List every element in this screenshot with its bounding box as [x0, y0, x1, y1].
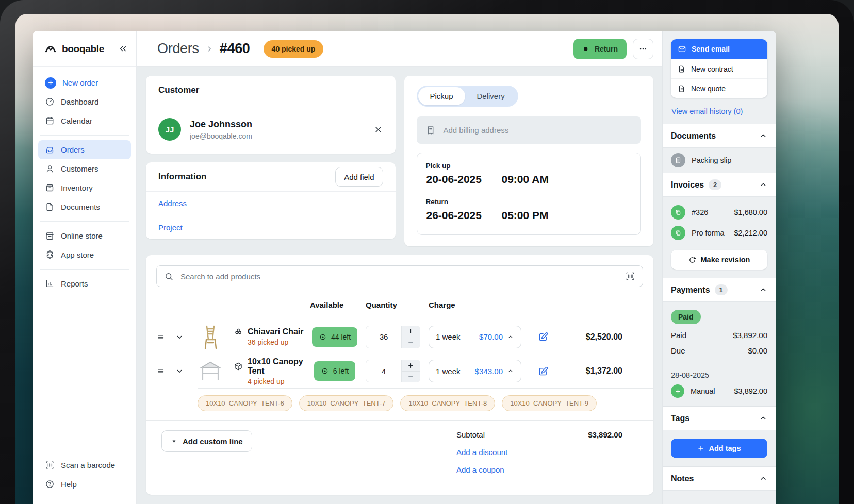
- quantity-increase-button[interactable]: [402, 326, 420, 337]
- documents-section-header[interactable]: Documents: [663, 124, 776, 148]
- information-link-address[interactable]: Address: [146, 192, 396, 215]
- pickup-time-input[interactable]: 09:00 AM: [501, 173, 562, 190]
- payment-entry[interactable]: Manual $3,892.00: [671, 384, 767, 398]
- inbox-icon: [45, 145, 55, 155]
- expand-row-button[interactable]: [175, 366, 200, 376]
- charge-price: $343.00: [475, 367, 503, 376]
- documents-title: Documents: [671, 131, 716, 141]
- add-field-button[interactable]: Add field: [335, 167, 383, 187]
- search-input[interactable]: [180, 272, 618, 281]
- payments-section-header[interactable]: Payments 1: [663, 278, 776, 302]
- sku-pill[interactable]: 10X10_CANOPY_TENT-9: [502, 395, 597, 411]
- sidebar-item-help[interactable]: Help: [38, 475, 131, 494]
- invoice-amount: $2,212.00: [734, 229, 767, 237]
- avatar: JJ: [158, 118, 181, 141]
- edit-line-button[interactable]: [538, 366, 549, 377]
- packing-slip-icon: [671, 153, 685, 167]
- quantity-input[interactable]: [366, 360, 401, 382]
- manual-payment-icon: [671, 384, 684, 398]
- invoice-item-proforma[interactable]: Pro forma $2,212.00: [671, 223, 767, 243]
- product-row-chiavari-chair: Chiavari Chair 36 picked up 44 left: [146, 320, 653, 354]
- return-button[interactable]: Return: [573, 39, 627, 59]
- sidebar-item-label: Orders: [61, 145, 85, 154]
- sidebar-item-customers[interactable]: Customers: [38, 159, 131, 178]
- scan-product-button[interactable]: [625, 271, 635, 281]
- packing-slip-item[interactable]: Packing slip: [663, 148, 776, 173]
- information-link-project[interactable]: Project: [146, 215, 396, 239]
- quantity-increase-button[interactable]: [402, 360, 420, 371]
- sidebar-item-orders[interactable]: Orders: [38, 140, 131, 159]
- caret-down-icon: [171, 438, 177, 445]
- tab-delivery[interactable]: Delivery: [465, 87, 517, 105]
- billing-address-field[interactable]: Add billing address: [417, 116, 642, 144]
- sidebar-collapse-button[interactable]: [118, 44, 128, 54]
- charge-period: 1 week: [436, 332, 475, 341]
- chevron-up-icon: [759, 286, 767, 294]
- product-name[interactable]: Chiavari Chair: [248, 327, 303, 337]
- remove-customer-button[interactable]: [373, 125, 383, 135]
- charge-select[interactable]: 1 week $343.00: [429, 360, 521, 382]
- wallpaper: booqable New order Dashboard: [15, 14, 839, 504]
- pickup-date-input[interactable]: 20-06-2025: [426, 173, 487, 190]
- add-coupon-link[interactable]: Add a coupon: [456, 465, 622, 474]
- sidebar-item-app-store[interactable]: App store: [38, 245, 131, 264]
- sku-pill[interactable]: 10X10_CANOPY_TENT-7: [299, 395, 394, 411]
- chevron-up-icon: [507, 333, 514, 341]
- collapse-payments-button[interactable]: [759, 286, 767, 294]
- sidebar-item-inventory[interactable]: Inventory: [38, 178, 131, 197]
- return-time-input[interactable]: 05:00 PM: [501, 209, 562, 226]
- sidebar-divider: [40, 269, 129, 270]
- right-panel: Send email New contract New quote: [662, 31, 776, 504]
- add-custom-line-button[interactable]: Add custom line: [161, 430, 252, 452]
- collapse-documents-button[interactable]: [759, 132, 767, 140]
- drag-handle-icon[interactable]: [156, 332, 175, 342]
- quantity-decrease-button[interactable]: [402, 337, 420, 348]
- send-email-button[interactable]: Send email: [671, 39, 767, 59]
- sku-pill[interactable]: 10X10_CANOPY_TENT-6: [198, 395, 292, 411]
- breadcrumb-orders[interactable]: Orders: [157, 41, 199, 57]
- stop-square-icon: [582, 45, 589, 53]
- chevron-up-icon: [759, 181, 767, 189]
- quantity-decrease-button[interactable]: [402, 371, 420, 382]
- subtotal-label: Subtotal: [456, 430, 485, 439]
- notes-section-header[interactable]: Notes: [663, 467, 776, 491]
- product-name[interactable]: 10x10 Canopy Tent: [248, 357, 304, 376]
- collapse-invoices-button[interactable]: [759, 181, 767, 189]
- add-tags-button[interactable]: Add tags: [671, 439, 767, 458]
- collapse-notes-button[interactable]: [759, 475, 767, 483]
- sidebar-item-new-order[interactable]: New order: [38, 73, 131, 92]
- return-date-input[interactable]: 26-06-2025: [426, 209, 487, 226]
- more-options-button[interactable]: [633, 39, 653, 59]
- sidebar-item-online-store[interactable]: Online store: [38, 226, 131, 245]
- view-email-history-link[interactable]: View email history (0): [671, 100, 767, 124]
- customer-card: Customer JJ Joe Johnsson joe@booqable.co…: [146, 76, 396, 154]
- edit-line-button[interactable]: [538, 331, 549, 342]
- sidebar-item-documents[interactable]: Documents: [38, 197, 131, 216]
- tags-section-header[interactable]: Tags: [663, 407, 776, 430]
- invoices-section-header[interactable]: Invoices 2: [663, 173, 776, 197]
- actions-card: Send email New contract New quote: [671, 39, 767, 98]
- add-discount-link[interactable]: Add a discount: [456, 448, 622, 457]
- drag-handle-icon[interactable]: [156, 366, 175, 376]
- new-contract-button[interactable]: New contract: [671, 59, 767, 78]
- sidebar-item-dashboard[interactable]: Dashboard: [38, 92, 131, 111]
- new-quote-button[interactable]: New quote: [671, 78, 767, 98]
- notes-title: Notes: [671, 474, 694, 483]
- packing-slip-label: Packing slip: [692, 156, 731, 164]
- payments-count-badge: 1: [715, 284, 728, 295]
- sku-pill[interactable]: 10X10_CANOPY_TENT-8: [400, 395, 495, 411]
- tab-pickup[interactable]: Pickup: [418, 87, 465, 105]
- invoice-item-326[interactable]: #326 $1,680.00: [671, 202, 767, 223]
- expand-row-button[interactable]: [175, 332, 200, 342]
- charge-select[interactable]: 1 week $70.00: [429, 326, 521, 348]
- collapse-tags-button[interactable]: [759, 414, 767, 423]
- plus-icon: [407, 328, 414, 334]
- line-total: $2,520.00: [555, 332, 622, 342]
- quantity-input[interactable]: [366, 326, 401, 348]
- close-icon: [373, 125, 383, 135]
- sidebar-item-calendar[interactable]: Calendar: [38, 111, 131, 130]
- receipt-icon: [425, 125, 436, 136]
- make-revision-button[interactable]: Make revision: [671, 250, 767, 270]
- sidebar-item-reports[interactable]: Reports: [38, 274, 131, 293]
- sidebar-item-scan-barcode[interactable]: Scan a barcode: [38, 456, 131, 475]
